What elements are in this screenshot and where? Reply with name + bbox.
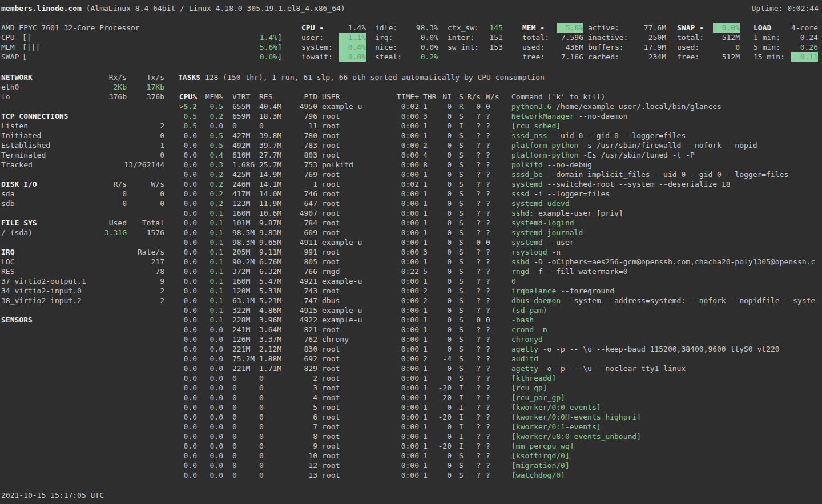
col-header-res[interactable]: RES (259, 92, 286, 102)
user-cell: root (322, 344, 370, 354)
fs-row: / (sda) 3.31G 157G (1, 228, 164, 237)
process-row[interactable]: 0.0 0.2 417M 14.0M 746 root 0:00 1 0 S ?… (178, 189, 822, 199)
threads-cell: 1 (423, 102, 437, 111)
col-header-virt[interactable]: VIRT (232, 92, 259, 102)
res-cell: 0 (259, 393, 286, 402)
cpu-percent-cell: 0.0 (178, 257, 197, 267)
process-row[interactable]: 0.0 0.0 0 0 8 root 0:00 1 0 I ? ? [kwork… (178, 432, 822, 441)
irq-row: 38_virtio2-input.2 2 (1, 296, 164, 305)
process-row[interactable]: 0.0 0.0 221M 1.71M 829 root 0:00 1 0 S ?… (178, 364, 822, 373)
col-header-time[interactable]: TIME+ (370, 92, 419, 102)
read-rate-cell: ? (466, 334, 481, 344)
col-header-mem[interactable]: MEM% (197, 92, 223, 102)
read-rate-cell: ? (466, 373, 481, 383)
state-cell: S (459, 373, 466, 383)
process-row[interactable]: 0.0 0.1 322M 4.86M 4915 example-u 0:00 1… (178, 305, 822, 315)
process-row[interactable]: 0.0 0.2 123M 11.9M 647 root 0:00 1 0 S ?… (178, 199, 822, 208)
process-row[interactable]: 0.5 0.0 0 0 11 root 0:00 1 0 I ? ? [rcu_… (178, 121, 822, 131)
threads-cell: 1 (423, 189, 437, 199)
process-row[interactable]: 0.0 0.2 425M 14.9M 769 root 0:00 1 0 S ?… (178, 170, 822, 179)
process-row[interactable]: 0.0 0.0 0 0 3 root 0:00 1 -20 I ? ? [rcu… (178, 383, 822, 393)
process-row[interactable]: 0.0 0.0 0 0 4 root 0:00 1 -20 I ? ? [rcu… (178, 393, 822, 402)
process-row[interactable]: 0.0 0.0 0 0 5 root 0:00 1 0 I ? ? [kwork… (178, 402, 822, 412)
time-cell: 0:00 (370, 286, 419, 296)
process-row[interactable]: 0.0 0.0 221M 2.12M 830 root 0:00 1 0 S ?… (178, 344, 822, 354)
process-row[interactable]: 0.0 0.1 90.2M 6.76M 805 root 0:00 1 0 S … (178, 257, 822, 267)
write-rate-cell: ? (486, 470, 503, 480)
stat-label: system: (301, 42, 333, 52)
process-row[interactable]: 0.0 0.0 0 0 6 root 0:00 1 -20 I ? ? [kwo… (178, 412, 822, 422)
stat-label: free: (677, 52, 699, 62)
command-args: -s /usr/sbin/firewalld --nofork --nopid (578, 141, 757, 150)
mem-percent-cell: 0.0 (197, 373, 223, 383)
read-rate-cell: ? (466, 461, 481, 470)
col-header-thr[interactable]: THR (423, 92, 437, 102)
time-cell: 0:00 (370, 121, 419, 131)
col-header-state[interactable]: S (459, 92, 466, 102)
process-row[interactable]: 0.0 0.0 0 0 12 root 0:00 1 0 S ? ? [migr… (178, 461, 822, 470)
command-name: [migration/0] (511, 461, 570, 470)
process-row[interactable]: 0.5 0.2 659M 18.3M 796 root 0:00 3 0 S ?… (178, 111, 822, 121)
virt-cell: 0 (232, 432, 259, 441)
load-stats-panel: LOAD4-core 1 min:0.24 5 min:0.26 15 min:… (754, 23, 818, 62)
process-row[interactable]: 0.0 0.1 160M 5.47M 4921 example-u 0:00 1… (178, 276, 822, 286)
user-cell: root (322, 412, 370, 422)
process-row[interactable]: >5.2 0.5 655M 40.4M 4950 example-u 0:02 … (178, 102, 822, 111)
disk-write-value: 0 (127, 199, 164, 208)
host-line: members.linode.com (AlmaLinux 8.4 64bit … (1, 3, 345, 13)
process-row[interactable]: 0.0 0.0 0 0 10 root 0:00 1 0 S ? ? [ksof… (178, 451, 822, 461)
mem-percent-cell: 0.0 (197, 354, 223, 364)
process-row[interactable]: 0.0 0.0 0 0 9 root 0:00 1 -20 I ? ? [mm_… (178, 441, 822, 451)
process-row[interactable]: 0.0 0.5 427M 39.8M 780 root 0:00 1 0 S ?… (178, 131, 822, 140)
stat-row: cached:234M (588, 52, 666, 62)
state-cell: S (459, 276, 466, 286)
col-header-user[interactable]: USER (322, 92, 370, 102)
stat-value: 0.11 (791, 52, 818, 62)
process-row[interactable]: 0.0 0.0 241M 3.64M 821 root 0:00 1 0 S ?… (178, 325, 822, 334)
virt-cell: 98.3M (232, 237, 259, 247)
res-cell: 9.87M (259, 218, 286, 228)
col-header-command[interactable]: Command ('k' to kill) (511, 92, 822, 102)
process-row[interactable]: 0.0 0.0 0 0 2 root 0:00 1 0 S ? ? [kthre… (178, 373, 822, 383)
mem-percent-cell: 0.0 (197, 402, 223, 412)
process-row[interactable]: 0.0 0.1 98.3M 9.65M 4911 example-u 0:00 … (178, 237, 822, 247)
col-header-pid[interactable]: PID (286, 92, 317, 102)
process-row[interactable]: 0.0 0.2 246M 14.1M 1 root 0:02 1 0 S ? ?… (178, 179, 822, 189)
state-cell: I (459, 393, 466, 402)
tcp-value: 0 (107, 150, 164, 160)
process-row[interactable]: 0.0 0.3 1.68G 25.7M 753 polkitd 0:00 8 0… (178, 160, 822, 170)
disk-write-value: 0 (127, 189, 164, 199)
process-row[interactable]: 0.0 0.1 120M 5.31M 743 root 0:00 2 0 S ?… (178, 286, 822, 296)
col-header-ni[interactable]: NI (437, 92, 452, 102)
process-row[interactable]: 0.0 0.1 98.5M 9.83M 609 root 0:00 1 0 S … (178, 228, 822, 237)
process-row[interactable]: 0.0 0.5 492M 39.7M 783 root 0:00 2 0 S ?… (178, 140, 822, 150)
state-cell: I (459, 412, 466, 422)
nice-cell: 0 (437, 470, 452, 480)
state-cell: S (459, 160, 466, 170)
process-row[interactable]: 0.0 0.0 0 0 7 root 0:00 1 0 I ? ? [kwork… (178, 422, 822, 432)
stat-value: 512M (722, 52, 740, 62)
process-row[interactable]: 0.0 0.0 126M 3.37M 762 chrony 0:00 1 0 S… (178, 334, 822, 344)
col-header-ws[interactable]: W/s (486, 92, 503, 102)
process-row[interactable]: 0.0 0.0 0 0 13 root 0:00 1 0 S ? ? [watc… (178, 470, 822, 480)
process-row[interactable]: 0.0 0.4 610M 27.7M 803 root 0:00 4 0 S ?… (178, 150, 822, 160)
process-row[interactable]: 0.0 0.1 205M 9.11M 991 root 0:00 3 0 S ?… (178, 247, 822, 257)
process-row[interactable]: 0.0 0.1 63.1M 5.21M 747 dbus 0:00 2 0 S … (178, 296, 822, 305)
tcp-row: Tracked 13/262144 (1, 160, 164, 170)
process-row[interactable]: 0.0 0.1 228M 3.96M 4922 example-u 0:00 1… (178, 315, 822, 325)
col-header-cpu[interactable]: CPU% (178, 92, 197, 102)
process-row[interactable]: 0.0 0.1 372M 6.32M 766 rngd 0:22 5 0 S ?… (178, 267, 822, 276)
process-row[interactable]: 0.0 0.1 101M 9.87M 784 root 0:00 1 0 S ?… (178, 218, 822, 228)
col-header-rs[interactable]: R/s (466, 92, 481, 102)
nice-cell: 0 (437, 422, 452, 432)
write-rate-cell: ? (486, 441, 503, 451)
process-row[interactable]: 0.0 0.1 160M 10.6M 4907 root 0:00 1 0 S … (178, 208, 822, 218)
process-row[interactable]: 0.0 0.0 75.2M 1.88M 692 root 0:00 2 -4 S… (178, 354, 822, 364)
stat-value: 0.0% (713, 23, 740, 33)
time-cell: 0:02 (370, 102, 419, 111)
mem-percent-cell: 0.5 (197, 102, 223, 111)
tx-value: 17Kb (127, 82, 164, 92)
nice-cell: -20 (437, 412, 452, 422)
stat-row: inter:151 (448, 33, 503, 42)
fs-used-header: Used (92, 218, 127, 228)
